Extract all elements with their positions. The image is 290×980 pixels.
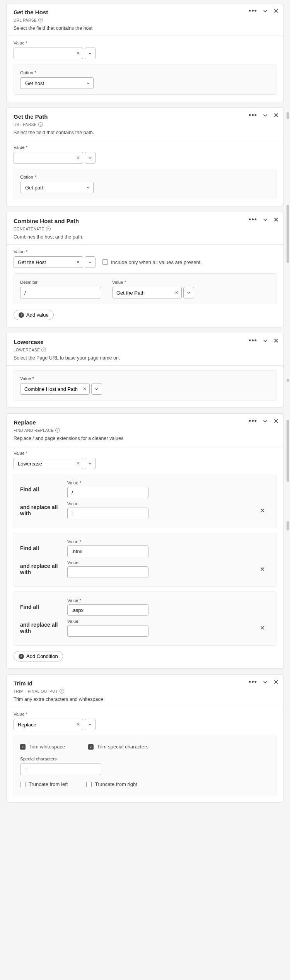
dropdown-button[interactable] — [85, 48, 96, 59]
close-icon[interactable] — [273, 418, 279, 424]
value-input[interactable] — [14, 256, 83, 268]
card-description: Select the field that contains the host — [14, 26, 276, 31]
dropdown-button[interactable] — [183, 287, 194, 298]
checkbox-icon[interactable] — [102, 259, 108, 265]
clear-icon[interactable]: ✕ — [76, 722, 80, 727]
card-title: Replace — [14, 419, 276, 426]
scrollbar-thumb[interactable] — [287, 205, 289, 263]
scrollbar-thumb[interactable] — [287, 521, 289, 530]
dropdown-button[interactable] — [91, 383, 102, 395]
checkbox-icon[interactable] — [86, 782, 92, 787]
collapse-icon[interactable] — [263, 418, 268, 424]
card-description: Select the Page URL to base your page na… — [14, 355, 276, 361]
clear-icon[interactable]: ✕ — [175, 290, 179, 295]
close-icon[interactable] — [273, 679, 279, 685]
value-input[interactable] — [14, 152, 83, 164]
more-icon[interactable]: ••• — [249, 680, 257, 684]
value-label: Value — [67, 619, 250, 624]
option-select[interactable]: Get path — [20, 182, 94, 193]
card-description: Replace / and page extensions for a clea… — [14, 436, 276, 441]
replace-input[interactable] — [67, 508, 148, 519]
value-label: Value — [14, 41, 276, 45]
delimiter-input[interactable] — [20, 287, 101, 298]
more-icon[interactable]: ••• — [249, 218, 257, 222]
help-icon[interactable]: ? — [46, 227, 51, 231]
checkbox-icon[interactable] — [20, 744, 26, 750]
truncate-right-checkbox[interactable]: Truncate from right — [86, 781, 137, 787]
close-icon[interactable] — [273, 338, 279, 343]
remove-icon[interactable]: ✕ — [260, 507, 265, 514]
value-input[interactable] — [14, 719, 83, 730]
card-subtitle: LOWERCASE ? — [14, 348, 276, 352]
clear-icon[interactable]: ✕ — [83, 386, 87, 392]
plus-icon: + — [19, 654, 24, 659]
collapse-icon[interactable] — [263, 8, 268, 14]
value-input[interactable] — [20, 383, 90, 395]
collapse-icon[interactable] — [263, 338, 268, 343]
close-icon[interactable] — [273, 112, 279, 118]
more-icon[interactable]: ••• — [249, 419, 257, 423]
collapse-icon[interactable] — [263, 217, 268, 222]
close-icon[interactable] — [273, 8, 279, 14]
find-input[interactable] — [67, 545, 148, 557]
card-description: Select the field that contains the path. — [14, 130, 276, 135]
collapse-icon[interactable] — [263, 112, 268, 118]
replace-input[interactable] — [67, 566, 148, 578]
help-icon[interactable]: ? — [41, 348, 46, 352]
value-label: Value — [67, 481, 250, 485]
more-icon[interactable]: ••• — [249, 113, 257, 117]
value-label: Value — [67, 560, 250, 565]
close-icon[interactable] — [273, 217, 279, 222]
card-combine: Combine Host and Path CONCATENATE ? Comb… — [6, 212, 284, 327]
checkbox-icon[interactable] — [88, 744, 94, 750]
find-all-label: Find all — [20, 604, 63, 610]
trim-whitespace-checkbox[interactable]: Trim whitespace — [20, 744, 65, 750]
replace-input[interactable] — [67, 625, 148, 637]
collapse-icon[interactable] — [263, 679, 268, 685]
clear-icon[interactable]: ✕ — [76, 259, 80, 265]
card-trim: Trim Id TRIM - FINAL OUTPUT ? Trim any e… — [6, 674, 284, 803]
help-icon[interactable]: ? — [38, 18, 43, 22]
clear-icon[interactable]: ✕ — [76, 51, 80, 56]
find-input[interactable] — [67, 487, 148, 498]
value-input[interactable] — [14, 458, 83, 469]
find-input[interactable] — [67, 604, 148, 616]
add-condition-button[interactable]: + Add Condition — [14, 651, 63, 661]
clear-icon[interactable]: ✕ — [76, 461, 80, 466]
value-input[interactable] — [14, 48, 83, 59]
value2-input[interactable] — [112, 287, 182, 298]
clear-icon[interactable]: ✕ — [76, 155, 80, 160]
help-icon[interactable]: ? — [55, 428, 60, 433]
help-icon[interactable]: ? — [60, 689, 64, 694]
add-value-button[interactable]: + Add value — [14, 310, 54, 320]
remove-icon[interactable]: ✕ — [260, 624, 265, 632]
dropdown-button[interactable] — [85, 719, 96, 730]
card-get-host: Get the Host URL PARSE ? Select the fiel… — [6, 3, 284, 102]
card-subtitle: URL PARSE ? — [14, 122, 276, 127]
plus-icon: + — [19, 312, 24, 318]
truncate-left-checkbox[interactable]: Truncate from left — [20, 781, 68, 787]
more-icon[interactable]: ••• — [249, 9, 257, 13]
trim-special-checkbox[interactable]: Trim special characters — [88, 744, 148, 750]
remove-icon[interactable]: ✕ — [260, 566, 265, 573]
replace-condition: Find all Value and replace all with Valu… — [14, 474, 276, 528]
dropdown-button[interactable] — [85, 152, 96, 164]
help-icon[interactable]: ? — [38, 122, 43, 127]
scrollbar-thumb[interactable] — [287, 379, 289, 382]
include-only-checkbox[interactable]: Include only when all values are present… — [102, 259, 202, 265]
option-select[interactable]: Get host — [20, 77, 94, 89]
card-subtitle: FIND AND REPLACE ? — [14, 428, 276, 433]
dropdown-button[interactable] — [85, 256, 96, 268]
scrollbar-thumb[interactable] — [287, 112, 289, 119]
more-icon[interactable]: ••• — [249, 339, 257, 343]
checkbox-icon[interactable] — [20, 782, 26, 787]
value-label: Value — [14, 145, 276, 150]
value-label: Value — [67, 539, 250, 544]
replace-with-label: and replace all with — [20, 504, 63, 516]
dropdown-button[interactable] — [85, 458, 96, 469]
special-chars-input[interactable] — [20, 764, 101, 775]
scrollbar-thumb[interactable] — [287, 420, 289, 482]
card-title: Trim Id — [14, 680, 276, 687]
value-label: Value — [14, 451, 276, 455]
value-label: Value — [14, 249, 276, 254]
